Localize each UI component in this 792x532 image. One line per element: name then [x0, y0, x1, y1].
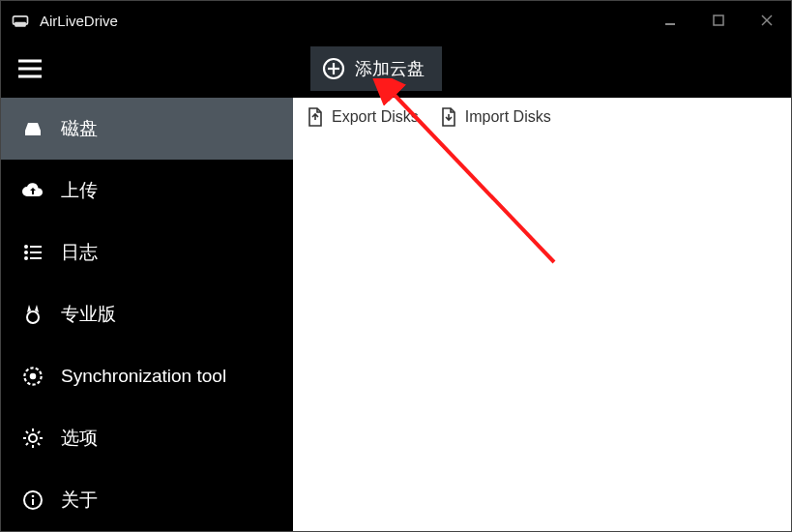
main-panel: Export Disks Import Disks	[293, 98, 791, 531]
svg-point-15	[24, 251, 28, 254]
sidebar-item-sync[interactable]: Synchronization tool	[1, 345, 293, 407]
svg-rect-16	[30, 251, 42, 253]
sidebar-item-disks[interactable]: 磁盘	[1, 98, 293, 160]
svg-rect-14	[30, 246, 42, 248]
svg-rect-12	[25, 131, 41, 135]
import-disks-button[interactable]: Import Disks	[440, 107, 551, 127]
info-icon	[18, 488, 47, 512]
top-toolbar: 添加云盘	[1, 40, 791, 98]
sidebar-item-label: Synchronization tool	[61, 366, 226, 387]
sidebar-item-upload[interactable]: 上传	[1, 160, 293, 222]
titlebar: AirLiveDrive	[1, 1, 791, 40]
add-cloud-label: 添加云盘	[355, 57, 425, 80]
hamburger-menu-button[interactable]	[1, 40, 59, 98]
svg-rect-18	[30, 257, 42, 259]
list-icon	[18, 241, 47, 264]
sidebar-item-logs[interactable]: 日志	[1, 222, 293, 283]
sidebar-item-label: 上传	[61, 178, 98, 203]
svg-point-22	[29, 434, 37, 442]
sidebar-item-label: 日志	[61, 240, 98, 265]
svg-point-32	[32, 495, 35, 498]
app-icon	[11, 11, 30, 30]
content-area: 磁盘 上传 日志	[1, 98, 791, 531]
maximize-button[interactable]	[694, 1, 743, 40]
svg-point-19	[27, 311, 39, 323]
plus-circle-icon	[322, 57, 345, 80]
svg-line-27	[26, 431, 28, 433]
file-export-icon	[307, 107, 324, 127]
file-import-icon	[440, 107, 457, 127]
gear-icon	[18, 427, 47, 450]
svg-rect-3	[714, 15, 723, 25]
sidebar-item-pro[interactable]: 专业版	[1, 283, 293, 345]
svg-point-13	[24, 245, 28, 249]
svg-point-17	[24, 256, 28, 260]
medal-icon	[18, 303, 47, 326]
main-toolbar: Export Disks Import Disks	[293, 98, 791, 136]
svg-line-30	[38, 431, 40, 433]
svg-rect-33	[32, 499, 34, 505]
cloud-upload-icon	[18, 179, 47, 202]
svg-rect-1	[15, 22, 26, 27]
sidebar-item-label: 选项	[61, 426, 98, 451]
gear-sync-icon	[18, 364, 47, 389]
close-button[interactable]	[743, 1, 791, 40]
minimize-button[interactable]	[646, 1, 694, 40]
sidebar-item-options[interactable]: 选项	[1, 407, 293, 469]
sidebar-item-label: 专业版	[61, 302, 116, 327]
svg-line-29	[26, 443, 28, 445]
svg-line-28	[38, 443, 40, 445]
sidebar: 磁盘 上传 日志	[1, 98, 293, 531]
svg-point-21	[30, 373, 37, 380]
sidebar-item-label: 关于	[61, 488, 98, 513]
sidebar-item-label: 磁盘	[61, 116, 98, 141]
export-disks-button[interactable]: Export Disks	[307, 107, 419, 127]
sidebar-item-about[interactable]: 关于	[1, 469, 293, 531]
app-title: AirLiveDrive	[40, 13, 646, 29]
export-disks-label: Export Disks	[332, 108, 419, 126]
add-cloud-button[interactable]: 添加云盘	[310, 46, 442, 91]
import-disks-label: Import Disks	[465, 108, 551, 126]
disk-icon	[18, 117, 47, 140]
window-controls	[646, 1, 791, 40]
